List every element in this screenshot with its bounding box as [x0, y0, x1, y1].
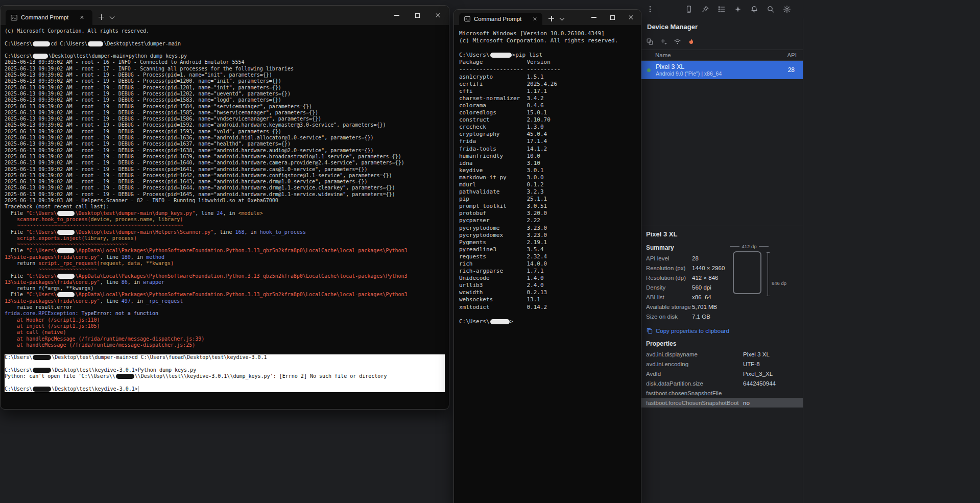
tab-title: Command Prompt — [474, 16, 521, 22]
studio-toolbar-icons — [683, 3, 793, 15]
copy-properties-link[interactable]: Copy properties to clipboard — [640, 321, 803, 334]
terminal-line — [5, 361, 445, 367]
property-key: AvdId — [646, 371, 743, 377]
terminal-tab[interactable]: Command Prompt — [6, 10, 92, 25]
cmd-icon — [464, 16, 470, 22]
terminal-line: 2025-06-13 09:39:02 AM - root - 19 - DEB… — [5, 160, 445, 166]
property-row[interactable]: avd.ini.encodingUTF-8 — [640, 359, 803, 369]
property-row[interactable]: fastboot.forceChosenSnapshotBootno — [640, 398, 803, 408]
tab-dropdown-icon[interactable] — [110, 14, 115, 19]
property-row[interactable]: AvdIdPixel_3_XL — [640, 369, 803, 378]
terminal-line: 2025-06-13 09:39:02 AM - root - 19 - DEB… — [5, 85, 445, 91]
device-name: Pixel 3 XL — [656, 63, 722, 70]
terminal-line: wcwidth 0.2.13 — [459, 289, 636, 296]
terminal-line: construct 2.10.70 — [459, 116, 636, 124]
redacted-text — [490, 53, 512, 58]
height-label: 846 dp — [772, 280, 786, 286]
ai-assistant-icon[interactable] — [732, 3, 744, 15]
tab-dropdown-icon[interactable] — [560, 16, 565, 21]
properties-list: avd.ini.displaynamePixel 3 XLavd.ini.enc… — [640, 349, 803, 408]
kebab-menu-icon[interactable] — [644, 3, 656, 15]
close-button[interactable] — [427, 6, 448, 25]
pin-icon[interactable] — [699, 3, 711, 15]
maximize-button[interactable] — [407, 6, 427, 25]
redacted-text — [33, 54, 48, 59]
terminal-line: 2025-06-13 09:39:03 AM - Helpers.Scanner… — [5, 198, 445, 204]
terminal-titlebar[interactable]: Command Prompt — [454, 10, 641, 25]
redacted-text — [33, 41, 50, 46]
property-key: fastboot.chosenSnapshotFile — [646, 390, 743, 396]
terminal-line: raise result.error — [5, 304, 445, 310]
property-row[interactable]: avd.ini.displaynamePixel 3 XL — [640, 349, 803, 359]
measure-line — [759, 246, 769, 247]
minimize-button[interactable] — [585, 10, 603, 25]
terminal-line: File "C:\Users\\AppData\Local\Packages\P… — [5, 248, 445, 254]
terminal-line: 2025-06-13 09:39:02 AM - root - 19 - DEB… — [5, 72, 445, 78]
minimize-button[interactable] — [387, 6, 407, 25]
property-value: no — [743, 400, 750, 406]
property-value: 560 dpi — [692, 284, 711, 291]
terminal-output-middle[interactable]: Microsoft Windows [Version 10.0.26100.43… — [454, 25, 641, 503]
terminal-line: 2025-06-13 09:39:02 AM - root - 19 - DEB… — [5, 135, 445, 141]
terminal-line: 13\site-packages\frida\core.py", line 18… — [5, 254, 445, 260]
terminal-line: C:\Users\\Desktop\test\keydive-3.0.1>Pyt… — [5, 367, 445, 373]
pair-wifi-icon[interactable] — [672, 36, 683, 47]
maximize-button[interactable] — [603, 10, 622, 25]
terminal-tab[interactable]: Command Prompt — [459, 13, 542, 25]
group-devices-icon[interactable] — [644, 36, 655, 47]
terminal-window-left: Command Prompt (c) Microsoft Corporation… — [0, 5, 449, 410]
property-key: Density — [646, 284, 692, 291]
settings-icon[interactable] — [781, 3, 793, 15]
terminal-titlebar[interactable]: Command Prompt — [1, 6, 449, 25]
terminal-line: pycryptodome 3.23.0 — [459, 225, 636, 232]
device-row-pixel-3-xl[interactable]: Pixel 3 XL Android 9.0 ("Pie") | x86_64 … — [640, 61, 803, 79]
device-row-text: Pixel 3 XL Android 9.0 ("Pie") | x86_64 — [656, 63, 722, 77]
new-tab-button[interactable] — [99, 14, 104, 20]
terminal-line: (c) Microsoft Corporation. All rights re… — [5, 28, 445, 34]
terminal-line: coloredlogs 15.0.1 — [459, 109, 636, 116]
terminal-line: 13\site-packages\frida\core.py", line 86… — [5, 279, 445, 285]
device-details-pane: Pixel 3 XL Summary API level28Resolution… — [640, 226, 803, 408]
terminal-line: requests 2.32.4 — [459, 253, 636, 260]
property-value: Pixel_3_XL — [743, 371, 773, 377]
cmd-icon — [11, 14, 17, 21]
task-list-icon[interactable] — [715, 3, 728, 15]
property-row[interactable]: Size on disk7.1 GB — [640, 312, 803, 321]
tab-close-icon[interactable] — [533, 17, 537, 21]
terminal-line: File "C:\Users\\AppData\Local\Packages\P… — [5, 292, 445, 298]
new-tab-button[interactable] — [548, 16, 554, 21]
terminal-line: C:\Users\cd C:\Users\\Desktop\test\dumpe… — [5, 41, 445, 47]
tab-close-icon[interactable] — [80, 15, 84, 19]
copy-icon — [646, 327, 653, 334]
notifications-icon[interactable] — [748, 3, 760, 15]
terminal-line: prompt_toolkit 3.0.51 — [459, 203, 636, 210]
terminal-line: pathvalidate 3.2.3 — [459, 188, 636, 196]
terminal-line: at handleRpcMessage (/frida/runtime/mess… — [5, 336, 445, 342]
terminal-line: protobuf 3.20.0 — [459, 210, 636, 217]
close-button[interactable] — [622, 10, 640, 25]
device-manager-toolbar — [640, 35, 803, 50]
terminal-output-left[interactable]: (c) Microsoft Corporation. All rights re… — [1, 25, 449, 409]
terminal-line: File "C:\Users\\Desktop\test\dumper-main… — [5, 229, 445, 235]
terminal-line: 2025-06-13 09:39:02 AM - root - 19 - DEB… — [5, 122, 445, 128]
property-key: Resolution (px) — [646, 265, 692, 271]
device-mirror-icon[interactable] — [683, 3, 695, 15]
property-row[interactable]: fastboot.chosenSnapshotFile — [640, 388, 803, 398]
property-row[interactable]: Available storage5,701 MB — [640, 302, 803, 312]
firebase-icon[interactable] — [685, 36, 697, 47]
terminal-line: humanfriendly 10.0 — [459, 153, 636, 160]
terminal-line: frida-tools 14.1.2 — [459, 146, 636, 153]
terminal-line: at Hooker (/script1.js:110) — [5, 317, 445, 323]
terminal-line: 2025-06-13 09:39:02 AM - root - 16 - INF… — [5, 59, 445, 65]
terminal-line: at handleMessage (/frida/runtime/message… — [5, 342, 445, 348]
add-device-icon[interactable] — [658, 36, 669, 47]
terminal-line: return f(*args, **kwargs) — [5, 285, 445, 292]
terminal-line: Package Version — [459, 59, 636, 66]
property-row[interactable]: disk.dataPartition.size6442450944 — [640, 378, 803, 388]
terminal-line: frida 17.1.4 — [459, 138, 636, 145]
terminal-line: 2025-06-13 09:39:02 AM - root - 19 - DEB… — [5, 166, 445, 173]
search-icon[interactable] — [764, 3, 777, 15]
column-header-name: Name — [655, 52, 671, 58]
terminal-line: ------------------- ---------- — [459, 66, 636, 73]
terminal-line: frida.core.RPCException: TypeError: not … — [5, 310, 445, 317]
